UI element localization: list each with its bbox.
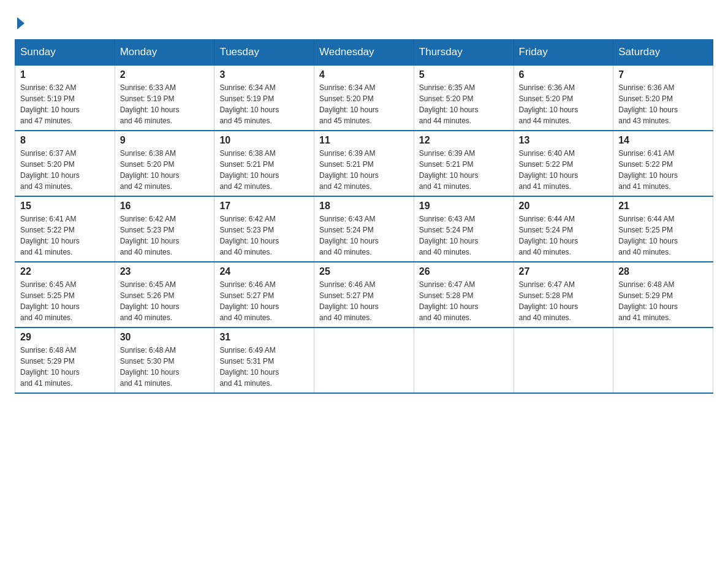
- day-number: 5: [419, 69, 509, 80]
- calendar-cell: 28 Sunrise: 6:48 AM Sunset: 5:29 PM Dayl…: [613, 262, 713, 327]
- calendar-week-row: 29 Sunrise: 6:48 AM Sunset: 5:29 PM Dayl…: [15, 327, 713, 393]
- day-number: 31: [219, 332, 309, 343]
- calendar-table: SundayMondayTuesdayWednesdayThursdayFrid…: [15, 39, 713, 394]
- day-number: 21: [618, 201, 708, 212]
- day-number: 25: [319, 266, 409, 277]
- day-info: Sunrise: 6:46 AM Sunset: 5:27 PM Dayligh…: [219, 279, 309, 323]
- day-info: Sunrise: 6:35 AM Sunset: 5:20 PM Dayligh…: [419, 82, 509, 126]
- calendar-header-row: SundayMondayTuesdayWednesdayThursdayFrid…: [15, 40, 713, 66]
- day-info: Sunrise: 6:45 AM Sunset: 5:26 PM Dayligh…: [120, 279, 210, 323]
- day-info: Sunrise: 6:41 AM Sunset: 5:22 PM Dayligh…: [20, 213, 110, 258]
- calendar-cell: 31 Sunrise: 6:49 AM Sunset: 5:31 PM Dayl…: [214, 327, 314, 393]
- day-info: Sunrise: 6:34 AM Sunset: 5:20 PM Dayligh…: [319, 82, 409, 126]
- day-info: Sunrise: 6:43 AM Sunset: 5:24 PM Dayligh…: [419, 213, 509, 258]
- day-number: 20: [519, 201, 609, 212]
- calendar-cell: 21 Sunrise: 6:44 AM Sunset: 5:25 PM Dayl…: [613, 196, 713, 262]
- calendar-cell: 24 Sunrise: 6:46 AM Sunset: 5:27 PM Dayl…: [214, 262, 314, 327]
- calendar-week-row: 1 Sunrise: 6:32 AM Sunset: 5:19 PM Dayli…: [15, 65, 713, 131]
- day-info: Sunrise: 6:38 AM Sunset: 5:21 PM Dayligh…: [219, 148, 309, 192]
- day-info: Sunrise: 6:44 AM Sunset: 5:24 PM Dayligh…: [519, 213, 609, 258]
- calendar-cell: 10 Sunrise: 6:38 AM Sunset: 5:21 PM Dayl…: [214, 131, 314, 196]
- day-number: 22: [20, 266, 110, 277]
- calendar-cell: 9 Sunrise: 6:38 AM Sunset: 5:20 PM Dayli…: [115, 131, 214, 196]
- logo: [15, 15, 25, 29]
- calendar-cell: 7 Sunrise: 6:36 AM Sunset: 5:20 PM Dayli…: [613, 65, 713, 131]
- calendar-cell: 23 Sunrise: 6:45 AM Sunset: 5:26 PM Dayl…: [115, 262, 214, 327]
- day-info: Sunrise: 6:47 AM Sunset: 5:28 PM Dayligh…: [519, 279, 609, 323]
- day-info: Sunrise: 6:37 AM Sunset: 5:20 PM Dayligh…: [20, 148, 110, 192]
- day-number: 13: [519, 135, 609, 146]
- calendar-cell: 22 Sunrise: 6:45 AM Sunset: 5:25 PM Dayl…: [15, 262, 115, 327]
- calendar-cell: 25 Sunrise: 6:46 AM Sunset: 5:27 PM Dayl…: [314, 262, 414, 327]
- day-number: 10: [219, 135, 309, 146]
- calendar-cell: 4 Sunrise: 6:34 AM Sunset: 5:20 PM Dayli…: [314, 65, 414, 131]
- day-number: 1: [20, 69, 110, 80]
- calendar-cell: 12 Sunrise: 6:39 AM Sunset: 5:21 PM Dayl…: [414, 131, 514, 196]
- day-info: Sunrise: 6:40 AM Sunset: 5:22 PM Dayligh…: [519, 148, 609, 192]
- day-header-friday: Friday: [514, 40, 613, 66]
- day-info: Sunrise: 6:47 AM Sunset: 5:28 PM Dayligh…: [419, 279, 509, 323]
- day-number: 3: [219, 69, 309, 80]
- day-number: 30: [120, 332, 210, 343]
- day-header-monday: Monday: [115, 40, 214, 66]
- day-info: Sunrise: 6:39 AM Sunset: 5:21 PM Dayligh…: [419, 148, 509, 192]
- day-info: Sunrise: 6:32 AM Sunset: 5:19 PM Dayligh…: [20, 82, 110, 126]
- calendar-cell: 16 Sunrise: 6:42 AM Sunset: 5:23 PM Dayl…: [115, 196, 214, 262]
- day-info: Sunrise: 6:45 AM Sunset: 5:25 PM Dayligh…: [20, 279, 110, 323]
- calendar-cell: 1 Sunrise: 6:32 AM Sunset: 5:19 PM Dayli…: [15, 65, 115, 131]
- calendar-cell: [514, 327, 613, 393]
- day-header-thursday: Thursday: [414, 40, 514, 66]
- day-number: 12: [419, 135, 509, 146]
- day-number: 19: [419, 201, 509, 212]
- day-number: 15: [20, 201, 110, 212]
- calendar-cell: 17 Sunrise: 6:42 AM Sunset: 5:23 PM Dayl…: [214, 196, 314, 262]
- day-info: Sunrise: 6:49 AM Sunset: 5:31 PM Dayligh…: [219, 345, 309, 389]
- day-info: Sunrise: 6:41 AM Sunset: 5:22 PM Dayligh…: [618, 148, 708, 192]
- day-info: Sunrise: 6:38 AM Sunset: 5:20 PM Dayligh…: [120, 148, 210, 192]
- day-number: 26: [419, 266, 509, 277]
- day-number: 8: [20, 135, 110, 146]
- calendar-cell: 14 Sunrise: 6:41 AM Sunset: 5:22 PM Dayl…: [613, 131, 713, 196]
- calendar-cell: 27 Sunrise: 6:47 AM Sunset: 5:28 PM Dayl…: [514, 262, 613, 327]
- day-info: Sunrise: 6:42 AM Sunset: 5:23 PM Dayligh…: [120, 213, 210, 258]
- day-number: 29: [20, 332, 110, 343]
- calendar-cell: 8 Sunrise: 6:37 AM Sunset: 5:20 PM Dayli…: [15, 131, 115, 196]
- calendar-cell: 6 Sunrise: 6:36 AM Sunset: 5:20 PM Dayli…: [514, 65, 613, 131]
- day-info: Sunrise: 6:48 AM Sunset: 5:29 PM Dayligh…: [20, 345, 110, 389]
- calendar-cell: [414, 327, 514, 393]
- calendar-cell: 19 Sunrise: 6:43 AM Sunset: 5:24 PM Dayl…: [414, 196, 514, 262]
- day-number: 6: [519, 69, 609, 80]
- day-info: Sunrise: 6:33 AM Sunset: 5:19 PM Dayligh…: [120, 82, 210, 126]
- day-info: Sunrise: 6:34 AM Sunset: 5:19 PM Dayligh…: [219, 82, 309, 126]
- day-number: 23: [120, 266, 210, 277]
- page-header: [15, 15, 713, 29]
- calendar-cell: 3 Sunrise: 6:34 AM Sunset: 5:19 PM Dayli…: [214, 65, 314, 131]
- logo-arrow-icon: [17, 17, 25, 29]
- day-number: 11: [319, 135, 409, 146]
- day-info: Sunrise: 6:36 AM Sunset: 5:20 PM Dayligh…: [618, 82, 708, 126]
- day-info: Sunrise: 6:48 AM Sunset: 5:30 PM Dayligh…: [120, 345, 210, 389]
- day-info: Sunrise: 6:48 AM Sunset: 5:29 PM Dayligh…: [618, 279, 708, 323]
- calendar-week-row: 8 Sunrise: 6:37 AM Sunset: 5:20 PM Dayli…: [15, 131, 713, 196]
- day-number: 28: [618, 266, 708, 277]
- day-number: 14: [618, 135, 708, 146]
- calendar-cell: 30 Sunrise: 6:48 AM Sunset: 5:30 PM Dayl…: [115, 327, 214, 393]
- day-info: Sunrise: 6:36 AM Sunset: 5:20 PM Dayligh…: [519, 82, 609, 126]
- day-header-saturday: Saturday: [613, 40, 713, 66]
- calendar-cell: 13 Sunrise: 6:40 AM Sunset: 5:22 PM Dayl…: [514, 131, 613, 196]
- calendar-cell: 18 Sunrise: 6:43 AM Sunset: 5:24 PM Dayl…: [314, 196, 414, 262]
- day-number: 24: [219, 266, 309, 277]
- day-info: Sunrise: 6:39 AM Sunset: 5:21 PM Dayligh…: [319, 148, 409, 192]
- day-number: 16: [120, 201, 210, 212]
- day-info: Sunrise: 6:44 AM Sunset: 5:25 PM Dayligh…: [618, 213, 708, 258]
- day-number: 4: [319, 69, 409, 80]
- calendar-cell: [314, 327, 414, 393]
- calendar-cell: 26 Sunrise: 6:47 AM Sunset: 5:28 PM Dayl…: [414, 262, 514, 327]
- calendar-cell: 5 Sunrise: 6:35 AM Sunset: 5:20 PM Dayli…: [414, 65, 514, 131]
- calendar-cell: 29 Sunrise: 6:48 AM Sunset: 5:29 PM Dayl…: [15, 327, 115, 393]
- day-info: Sunrise: 6:42 AM Sunset: 5:23 PM Dayligh…: [219, 213, 309, 258]
- calendar-cell: [613, 327, 713, 393]
- calendar-week-row: 22 Sunrise: 6:45 AM Sunset: 5:25 PM Dayl…: [15, 262, 713, 327]
- day-info: Sunrise: 6:43 AM Sunset: 5:24 PM Dayligh…: [319, 213, 409, 258]
- day-number: 2: [120, 69, 210, 80]
